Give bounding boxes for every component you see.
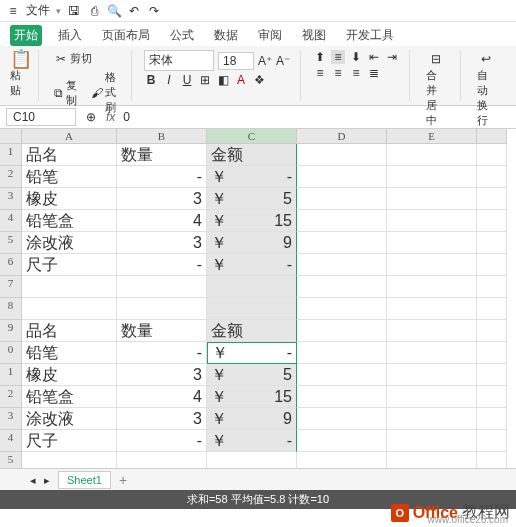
cell[interactable] bbox=[387, 210, 477, 232]
align-top-icon[interactable]: ⬆ bbox=[313, 50, 327, 64]
bold-icon[interactable]: B bbox=[144, 73, 158, 87]
align-center-icon[interactable]: ≡ bbox=[331, 66, 345, 80]
cell[interactable]: 品名 bbox=[22, 144, 117, 166]
cell[interactable] bbox=[297, 320, 387, 342]
row-header[interactable]: 3 bbox=[0, 408, 22, 430]
row-header[interactable]: 4 bbox=[0, 430, 22, 452]
cell[interactable]: ￥- bbox=[207, 430, 297, 452]
cell[interactable]: 铅笔盒 bbox=[22, 386, 117, 408]
name-box[interactable]: C10 bbox=[6, 108, 76, 126]
indent-left-icon[interactable]: ⇤ bbox=[367, 50, 381, 64]
cell[interactable]: ￥5 bbox=[207, 188, 297, 210]
cell[interactable] bbox=[117, 276, 207, 298]
indent-right-icon[interactable]: ⇥ bbox=[385, 50, 399, 64]
cell[interactable]: 4 bbox=[117, 386, 207, 408]
cell[interactable]: - bbox=[117, 254, 207, 276]
cell[interactable] bbox=[387, 386, 477, 408]
row-header[interactable]: 5 bbox=[0, 232, 22, 254]
increase-font-icon[interactable]: A⁺ bbox=[258, 54, 272, 68]
col-header-d[interactable]: D bbox=[297, 129, 387, 144]
cell[interactable]: ￥9 bbox=[207, 232, 297, 254]
cell[interactable]: ￥- bbox=[207, 254, 297, 276]
col-header-c[interactable]: C bbox=[207, 129, 297, 144]
tab-data[interactable]: 数据 bbox=[210, 25, 242, 46]
active-cell[interactable]: ￥- bbox=[207, 342, 297, 364]
cell[interactable] bbox=[297, 188, 387, 210]
cell[interactable]: 橡皮 bbox=[22, 364, 117, 386]
cell[interactable] bbox=[297, 364, 387, 386]
cell[interactable]: 3 bbox=[117, 232, 207, 254]
tab-start[interactable]: 开始 bbox=[10, 25, 42, 46]
cell[interactable]: 尺子 bbox=[22, 430, 117, 452]
cell[interactable]: ￥15 bbox=[207, 386, 297, 408]
cell[interactable] bbox=[22, 298, 117, 320]
cell[interactable] bbox=[207, 298, 297, 320]
row-header[interactable]: 2 bbox=[0, 166, 22, 188]
merge-center-button[interactable]: ⊟ 合并居中 bbox=[422, 50, 450, 130]
sheet-nav-prev-icon[interactable]: ◂ bbox=[30, 474, 36, 487]
cell[interactable]: - bbox=[117, 342, 207, 364]
tab-dev[interactable]: 开发工具 bbox=[342, 25, 398, 46]
effects-icon[interactable]: ❖ bbox=[252, 73, 266, 87]
cell[interactable] bbox=[387, 144, 477, 166]
cell[interactable]: 涂改液 bbox=[22, 232, 117, 254]
cell[interactable]: 橡皮 bbox=[22, 188, 117, 210]
select-all-corner[interactable] bbox=[0, 129, 22, 144]
cell[interactable] bbox=[387, 188, 477, 210]
cell[interactable] bbox=[477, 210, 507, 232]
cell[interactable] bbox=[387, 408, 477, 430]
cell[interactable] bbox=[387, 298, 477, 320]
tab-formula[interactable]: 公式 bbox=[166, 25, 198, 46]
cell[interactable] bbox=[297, 386, 387, 408]
cell[interactable] bbox=[477, 386, 507, 408]
cell[interactable] bbox=[477, 342, 507, 364]
cell[interactable] bbox=[297, 232, 387, 254]
cell[interactable] bbox=[387, 276, 477, 298]
row-header[interactable]: 1 bbox=[0, 364, 22, 386]
font-size-select[interactable]: 18 bbox=[218, 52, 254, 70]
cell[interactable] bbox=[297, 166, 387, 188]
cell[interactable] bbox=[387, 254, 477, 276]
col-header-e[interactable]: E bbox=[387, 129, 477, 144]
format-painter-button[interactable]: 🖌格式刷 bbox=[88, 69, 121, 116]
fill-color-icon[interactable]: ◧ bbox=[216, 73, 230, 87]
file-menu[interactable]: 文件 bbox=[26, 2, 50, 19]
row-header[interactable]: 7 bbox=[0, 276, 22, 298]
cell[interactable]: 铅笔 bbox=[22, 166, 117, 188]
cell[interactable] bbox=[297, 254, 387, 276]
align-right-icon[interactable]: ≡ bbox=[349, 66, 363, 80]
align-bottom-icon[interactable]: ⬇ bbox=[349, 50, 363, 64]
cell[interactable] bbox=[477, 320, 507, 342]
underline-icon[interactable]: U bbox=[180, 73, 194, 87]
cell[interactable]: ￥15 bbox=[207, 210, 297, 232]
col-header-b[interactable]: B bbox=[117, 129, 207, 144]
cell[interactable]: 金额 bbox=[207, 320, 297, 342]
cell[interactable] bbox=[477, 276, 507, 298]
cell[interactable]: 4 bbox=[117, 210, 207, 232]
cell[interactable] bbox=[477, 408, 507, 430]
cell[interactable] bbox=[117, 298, 207, 320]
cut-button[interactable]: ✂剪切 bbox=[51, 50, 121, 67]
border-icon[interactable]: ⊞ bbox=[198, 73, 212, 87]
cell[interactable]: 尺子 bbox=[22, 254, 117, 276]
cell[interactable]: 铅笔盒 bbox=[22, 210, 117, 232]
row-header[interactable]: 0 bbox=[0, 342, 22, 364]
cell[interactable] bbox=[387, 430, 477, 452]
align-left-icon[interactable]: ≡ bbox=[313, 66, 327, 80]
fx-icon[interactable]: fx bbox=[106, 110, 115, 124]
align-justify-icon[interactable]: ≣ bbox=[367, 66, 381, 80]
copy-button[interactable]: ⧉复制 bbox=[51, 77, 84, 109]
font-name-select[interactable]: 宋体 bbox=[144, 50, 214, 71]
cell[interactable] bbox=[297, 144, 387, 166]
cell[interactable] bbox=[22, 276, 117, 298]
paste-button[interactable]: 📋 粘贴 bbox=[6, 50, 28, 100]
cell[interactable] bbox=[477, 430, 507, 452]
font-color-icon[interactable]: A bbox=[234, 73, 248, 87]
decrease-font-icon[interactable]: A⁻ bbox=[276, 54, 290, 68]
cell[interactable]: 涂改液 bbox=[22, 408, 117, 430]
cell[interactable]: - bbox=[117, 166, 207, 188]
col-header-f[interactable] bbox=[477, 129, 507, 144]
wrap-button[interactable]: ↩ 自动换行 bbox=[473, 50, 501, 130]
cell[interactable] bbox=[387, 320, 477, 342]
cell[interactable] bbox=[297, 342, 387, 364]
